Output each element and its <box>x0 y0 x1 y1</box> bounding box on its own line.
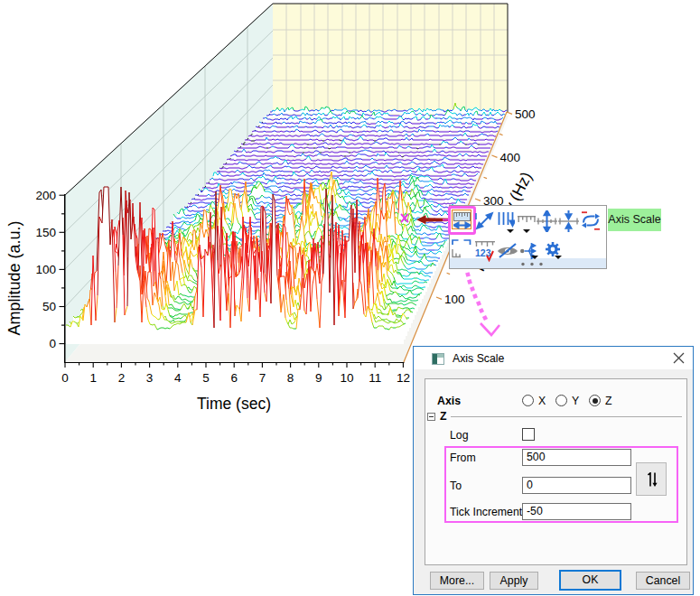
svg-text:10: 10 <box>340 371 353 385</box>
svg-text:Time (sec): Time (sec) <box>197 395 271 413</box>
svg-text:6: 6 <box>230 371 238 385</box>
svg-text:400: 400 <box>500 151 521 164</box>
svg-text:12: 12 <box>397 371 410 385</box>
svg-text:8: 8 <box>287 371 294 385</box>
svg-text:100: 100 <box>444 293 465 306</box>
svg-text:150: 150 <box>35 226 56 239</box>
svg-text:Amplitude (a.u.): Amplitude (a.u.) <box>5 220 23 335</box>
svg-text:7: 7 <box>259 371 266 385</box>
svg-text:200: 200 <box>35 189 56 202</box>
svg-text:1: 1 <box>89 371 97 385</box>
svg-text:123: 123 <box>475 247 491 258</box>
svg-text:0: 0 <box>61 371 69 385</box>
svg-text:4: 4 <box>174 371 182 385</box>
svg-text:9: 9 <box>315 371 322 385</box>
svg-text:0: 0 <box>49 337 56 350</box>
svg-text:3: 3 <box>146 371 154 385</box>
svg-text:2: 2 <box>118 371 126 385</box>
svg-text:100: 100 <box>35 263 56 276</box>
svg-text:500: 500 <box>515 107 536 121</box>
svg-text:11: 11 <box>369 371 381 385</box>
svg-text:5: 5 <box>202 371 210 385</box>
svg-text:50: 50 <box>42 300 56 313</box>
